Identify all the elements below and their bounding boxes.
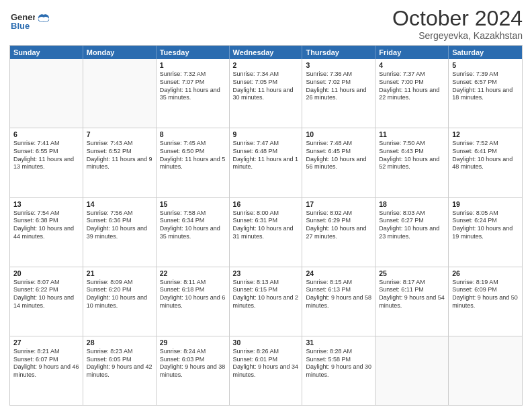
page: General Blue October 2024 Sergeyevka, Ka… <box>0 0 532 411</box>
sunrise: Sunrise: 8:28 AM <box>306 348 371 356</box>
day-number: 30 <box>233 338 299 347</box>
sunset: Sunset: 6:01 PM <box>233 356 299 364</box>
sunset: Sunset: 6:52 PM <box>87 148 152 156</box>
header-friday: Friday <box>375 46 449 59</box>
daylight: Daylight: 9 hours and 54 minutes. <box>379 294 445 310</box>
daylight: Daylight: 9 hours and 58 minutes. <box>306 294 371 310</box>
daylight: Daylight: 9 hours and 34 minutes. <box>233 363 299 379</box>
sunrise: Sunrise: 7:52 AM <box>452 140 519 148</box>
day-number: 14 <box>87 200 152 208</box>
daylight: Daylight: 10 hours and 23 minutes. <box>379 225 445 240</box>
day-number: 13 <box>13 200 79 208</box>
daylight: Daylight: 9 hours and 50 minutes. <box>452 294 519 310</box>
sunrise: Sunrise: 8:13 AM <box>233 279 299 287</box>
header-saturday: Saturday <box>449 46 522 59</box>
calendar-week-3: 13Sunrise: 7:54 AMSunset: 6:38 PMDayligh… <box>10 197 522 267</box>
calendar-week-1: 1Sunrise: 7:32 AMSunset: 7:07 PMDaylight… <box>10 59 522 128</box>
logo-bird-icon <box>36 12 51 27</box>
day-number: 19 <box>452 200 519 208</box>
calendar-cell: 20Sunrise: 8:07 AMSunset: 6:22 PMDayligh… <box>10 267 83 336</box>
calendar-cell <box>10 59 83 128</box>
location: Sergeyevka, Kazakhstan <box>392 30 523 41</box>
calendar-cell: 11Sunrise: 7:50 AMSunset: 6:43 PMDayligh… <box>375 128 449 197</box>
calendar-cell: 10Sunrise: 7:48 AMSunset: 6:45 PMDayligh… <box>302 128 375 197</box>
sunset: Sunset: 6:38 PM <box>13 217 79 225</box>
day-number: 16 <box>233 200 299 208</box>
daylight: Daylight: 11 hours and 30 minutes. <box>233 87 299 102</box>
daylight: Daylight: 11 hours and 9 minutes. <box>87 156 152 171</box>
sunrise: Sunrise: 7:47 AM <box>233 140 299 148</box>
day-number: 3 <box>306 61 371 69</box>
day-number: 26 <box>452 269 519 277</box>
daylight: Daylight: 10 hours and 27 minutes. <box>306 225 371 240</box>
sunrise: Sunrise: 8:05 AM <box>452 210 519 218</box>
sunrise: Sunrise: 8:09 AM <box>87 279 152 287</box>
day-number: 22 <box>160 269 226 277</box>
calendar-cell: 14Sunrise: 7:56 AMSunset: 6:36 PMDayligh… <box>83 198 157 267</box>
sunset: Sunset: 7:00 PM <box>379 79 445 87</box>
sunset: Sunset: 6:03 PM <box>160 356 226 364</box>
daylight: Daylight: 10 hours and 56 minutes. <box>306 156 371 171</box>
sunset: Sunset: 6:09 PM <box>452 286 519 294</box>
sunset: Sunset: 6:57 PM <box>452 79 519 87</box>
day-number: 27 <box>13 338 79 347</box>
calendar-cell: 31Sunrise: 8:28 AMSunset: 5:58 PMDayligh… <box>302 336 375 405</box>
sunrise: Sunrise: 7:50 AM <box>379 140 445 148</box>
logo: General Blue <box>9 7 51 32</box>
sunset: Sunset: 6:48 PM <box>233 148 299 156</box>
day-number: 4 <box>379 61 445 69</box>
day-number: 7 <box>87 130 152 138</box>
calendar-cell: 7Sunrise: 7:43 AMSunset: 6:52 PMDaylight… <box>83 128 157 197</box>
day-number: 17 <box>306 200 371 208</box>
day-number: 28 <box>87 338 152 347</box>
daylight: Daylight: 11 hours and 5 minutes. <box>160 156 226 171</box>
day-number: 29 <box>160 338 226 347</box>
sunset: Sunset: 6:31 PM <box>233 217 299 225</box>
sunrise: Sunrise: 8:02 AM <box>306 210 371 218</box>
sunset: Sunset: 7:05 PM <box>233 79 299 87</box>
sunrise: Sunrise: 7:37 AM <box>379 71 445 79</box>
sunrise: Sunrise: 8:19 AM <box>452 279 519 287</box>
header-sunday: Sunday <box>10 46 83 59</box>
sunset: Sunset: 7:02 PM <box>306 79 371 87</box>
sunset: Sunset: 6:13 PM <box>306 286 371 294</box>
sunrise: Sunrise: 7:36 AM <box>306 71 371 79</box>
calendar-cell: 9Sunrise: 7:47 AMSunset: 6:48 PMDaylight… <box>230 128 303 197</box>
daylight: Daylight: 10 hours and 52 minutes. <box>379 156 445 171</box>
calendar-header: Sunday Monday Tuesday Wednesday Thursday… <box>10 46 522 59</box>
sunrise: Sunrise: 8:26 AM <box>233 348 299 356</box>
sunrise: Sunrise: 8:21 AM <box>13 348 79 356</box>
day-number: 8 <box>160 130 226 138</box>
calendar-cell: 22Sunrise: 8:11 AMSunset: 6:18 PMDayligh… <box>157 267 230 336</box>
sunset: Sunset: 6:43 PM <box>379 148 445 156</box>
sunrise: Sunrise: 8:03 AM <box>379 210 445 218</box>
daylight: Daylight: 10 hours and 14 minutes. <box>13 294 79 310</box>
sunrise: Sunrise: 8:00 AM <box>233 210 299 218</box>
daylight: Daylight: 10 hours and 48 minutes. <box>452 156 519 171</box>
sunset: Sunset: 6:11 PM <box>379 286 445 294</box>
calendar-week-2: 6Sunrise: 7:41 AMSunset: 6:55 PMDaylight… <box>10 128 522 197</box>
daylight: Daylight: 11 hours and 35 minutes. <box>160 87 226 102</box>
sunrise: Sunrise: 8:23 AM <box>87 348 152 356</box>
calendar-cell: 28Sunrise: 8:23 AMSunset: 6:05 PMDayligh… <box>83 336 157 405</box>
daylight: Daylight: 10 hours and 44 minutes. <box>13 225 79 240</box>
day-number: 18 <box>379 200 445 208</box>
header-thursday: Thursday <box>302 46 375 59</box>
calendar-cell: 21Sunrise: 8:09 AMSunset: 6:20 PMDayligh… <box>83 267 157 336</box>
daylight: Daylight: 11 hours and 1 minute. <box>233 156 299 171</box>
title-block: October 2024 Sergeyevka, Kazakhstan <box>392 7 523 41</box>
sunrise: Sunrise: 7:34 AM <box>233 71 299 79</box>
sunrise: Sunrise: 8:11 AM <box>160 279 226 287</box>
calendar-cell: 23Sunrise: 8:13 AMSunset: 6:15 PMDayligh… <box>230 267 303 336</box>
calendar-cell <box>449 336 522 405</box>
daylight: Daylight: 10 hours and 31 minutes. <box>233 225 299 240</box>
sunset: Sunset: 6:15 PM <box>233 286 299 294</box>
day-number: 25 <box>379 269 445 277</box>
daylight: Daylight: 10 hours and 19 minutes. <box>452 225 519 240</box>
sunrise: Sunrise: 7:48 AM <box>306 140 371 148</box>
header-monday: Monday <box>83 46 157 59</box>
sunrise: Sunrise: 7:56 AM <box>87 210 152 218</box>
calendar-cell: 17Sunrise: 8:02 AMSunset: 6:29 PMDayligh… <box>302 198 375 267</box>
day-number: 10 <box>306 130 371 138</box>
calendar-cell: 4Sunrise: 7:37 AMSunset: 7:00 PMDaylight… <box>375 59 449 128</box>
